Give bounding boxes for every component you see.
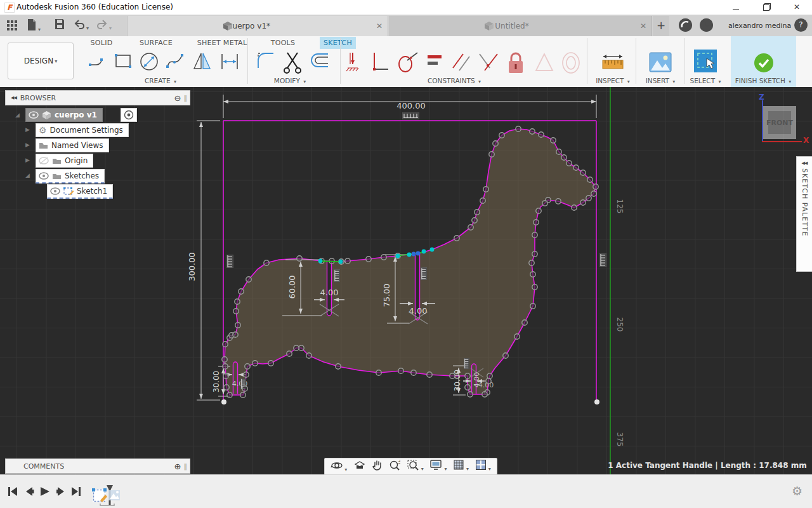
job-status-clock-icon[interactable] <box>700 18 713 32</box>
add-comment-icon[interactable]: ⊕ <box>174 462 181 471</box>
insert-group-label[interactable]: INSERT ▾ <box>646 77 676 84</box>
inspect-group-label[interactable]: INSPECT ▾ <box>596 77 630 84</box>
browser-item-document-settings[interactable]: ⚙ Document Settings <box>36 123 129 137</box>
viewcube[interactable]: FRONT <box>763 106 796 139</box>
minimize-button[interactable] <box>723 0 749 14</box>
select-group-label[interactable]: SELECT ▾ <box>690 77 721 84</box>
coincident-constraint-icon[interactable] <box>344 51 362 73</box>
go-to-start-button[interactable] <box>8 486 18 497</box>
go-to-end-button[interactable] <box>71 486 81 497</box>
visibility-eye-icon[interactable] <box>50 187 60 195</box>
equal-constraint-icon[interactable] <box>426 51 443 70</box>
trim-tool-icon[interactable] <box>282 51 304 74</box>
new-tab-button[interactable]: + <box>653 16 669 36</box>
tab-sketch-active[interactable]: SKETCH <box>320 37 356 49</box>
step-forward-button[interactable] <box>56 486 66 497</box>
play-button[interactable] <box>39 486 50 497</box>
tab-close-icon[interactable]: ✕ <box>371 22 388 30</box>
zoom-window-icon[interactable]: ▾ <box>407 460 424 473</box>
modify-group-label[interactable]: MODIFY ▾ <box>274 77 306 84</box>
comments-header[interactable]: COMMENTS ⊕ ‖ <box>5 458 190 474</box>
close-button[interactable]: ✕ <box>784 0 809 14</box>
fillet-tool-icon[interactable] <box>256 51 277 72</box>
concentric-constraint-icon[interactable] <box>560 51 583 74</box>
viewcube-z-label: Z <box>759 93 764 102</box>
grid-settings-icon[interactable]: ▾ <box>454 460 469 473</box>
timeline-sketch-feature[interactable] <box>91 484 123 508</box>
visibility-eye-icon[interactable] <box>39 172 49 180</box>
measure-tool-icon[interactable] <box>601 51 625 73</box>
orbit-icon[interactable]: ▾ <box>331 460 347 474</box>
visibility-eye-icon[interactable] <box>29 111 39 119</box>
browser-root-component[interactable]: cuerpo v1 <box>25 108 103 122</box>
browser-grip[interactable]: ‖ <box>184 94 188 102</box>
timeline-gear-icon[interactable]: ⚙ <box>792 484 802 498</box>
expand-icon-docsettings[interactable]: ▶ <box>25 126 30 133</box>
tangent-constraint-icon[interactable] <box>396 51 419 74</box>
finish-sketch-check-icon[interactable] <box>754 53 774 73</box>
constraints-group-label[interactable]: CONSTRAINTS ▾ <box>428 77 481 84</box>
title-bar: F Autodesk Fusion 360 (Education License… <box>0 0 812 15</box>
browser-item-origin[interactable]: Origin <box>36 154 93 168</box>
insert-image-icon[interactable] <box>648 51 672 73</box>
sketch-palette-collapsed[interactable]: ◀◀ SKETCH PALETTE <box>796 156 812 272</box>
pan-icon[interactable] <box>372 460 383 473</box>
look-at-icon[interactable] <box>354 460 365 473</box>
finish-sketch-label[interactable]: FINISH SKETCH ▾ <box>735 77 792 84</box>
canvas-viewport[interactable] <box>0 87 812 474</box>
zoom-icon[interactable]: ± <box>389 460 400 473</box>
expand-palette-icon[interactable]: ◀◀ <box>802 161 808 166</box>
spline-tool-icon[interactable] <box>166 51 185 70</box>
symmetry-constraint-icon[interactable] <box>534 51 555 73</box>
save-button[interactable] <box>55 18 65 32</box>
expand-icon-root[interactable]: ◢ <box>15 112 20 118</box>
comments-grip[interactable]: ‖ <box>184 462 188 471</box>
gear-icon: ⚙ <box>39 125 47 135</box>
step-back-button[interactable] <box>24 486 34 497</box>
tab-sheet-metal[interactable]: SHEET METAL <box>197 39 247 47</box>
select-tool-icon[interactable] <box>693 49 717 73</box>
expand-icon-sketches[interactable]: ◢ <box>25 172 30 178</box>
app-grid-icon[interactable] <box>6 18 19 32</box>
browser-item-sketch1[interactable]: Sketch1 <box>47 184 113 199</box>
help-icon[interactable]: ? <box>794 18 808 32</box>
document-tab-active[interactable]: cuerpo v1* ✕ <box>127 16 388 36</box>
activate-component-radio[interactable] <box>121 108 137 122</box>
rectangle-tool-icon[interactable] <box>114 51 133 70</box>
user-name[interactable]: alexandro medina <box>728 22 791 30</box>
horizontal-vertical-constraint-icon[interactable] <box>370 51 390 73</box>
file-menu-button[interactable]: ▾ <box>27 18 41 32</box>
undo-button[interactable]: ▾ <box>74 18 89 32</box>
circle-tool-icon[interactable] <box>139 51 159 72</box>
browser-item-sketches[interactable]: Sketches <box>36 169 105 184</box>
create-group-label[interactable]: CREATE ▾ <box>145 77 176 84</box>
redo-button[interactable]: ▾ <box>96 18 112 32</box>
dimension-tool-icon[interactable] <box>219 51 240 72</box>
perpendicular-constraint-icon[interactable] <box>477 51 500 73</box>
mirror-tool-icon[interactable] <box>192 51 213 72</box>
ribbon: DESIGN▾ SOLID SURFACE SHEET METAL TOOLS … <box>0 36 812 87</box>
fix-lock-constraint-icon[interactable] <box>506 51 526 76</box>
tab-surface[interactable]: SURFACE <box>140 39 173 47</box>
browser-item-named-views[interactable]: Named Views <box>36 138 109 152</box>
browser-minimize-icon[interactable]: ⊖ <box>174 93 181 103</box>
restore-button[interactable] <box>754 0 779 14</box>
expand-icon-namedviews[interactable]: ▶ <box>25 142 30 148</box>
extensions-icon[interactable] <box>679 18 692 32</box>
finish-sketch-group[interactable]: FINISH SKETCH ▾ <box>731 36 796 87</box>
workspace-selector[interactable]: DESIGN▾ <box>8 43 74 79</box>
viewports-icon[interactable]: ▾ <box>476 460 491 473</box>
browser-header[interactable]: ◀◀ BROWSER ⊖ ‖ <box>5 90 190 105</box>
expand-icon-origin[interactable]: ▶ <box>25 157 30 163</box>
tab-solid[interactable]: SOLID <box>91 39 113 47</box>
line-tool-icon[interactable] <box>88 51 107 70</box>
offset-tool-icon[interactable] <box>309 51 331 70</box>
document-tab-inactive[interactable]: Untitled* ✕ <box>389 16 652 36</box>
tab-close-icon[interactable]: ✕ <box>635 22 652 30</box>
collapse-browser-icon[interactable]: ◀◀ <box>11 95 16 100</box>
tab-tools[interactable]: TOOLS <box>271 39 296 47</box>
parallel-constraint-icon[interactable] <box>450 51 472 73</box>
display-settings-icon[interactable]: ▾ <box>430 460 447 473</box>
visibility-off-eye-icon[interactable] <box>39 157 49 164</box>
root-component-label[interactable]: cuerpo v1 <box>55 110 97 119</box>
